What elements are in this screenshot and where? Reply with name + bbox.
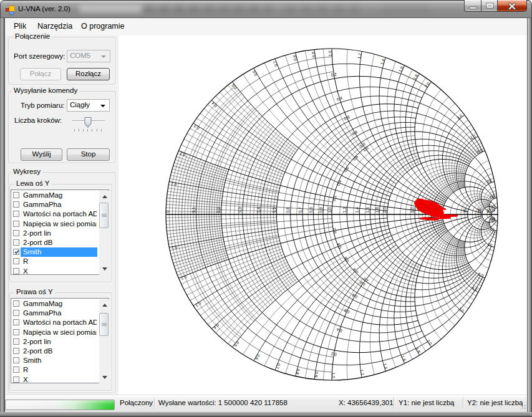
svg-text:0,1: 0,1 xyxy=(171,245,178,251)
svg-text:5,0: 5,0 xyxy=(478,272,485,278)
svg-text:0,9: 0,9 xyxy=(319,207,323,213)
svg-text:20: 20 xyxy=(490,194,495,199)
svg-text:50: 50 xyxy=(490,204,495,209)
svg-text:2,0: 2,0 xyxy=(426,338,433,346)
svg-text:0,5: 0,5 xyxy=(272,207,276,213)
svg-text:3,0: 3,0 xyxy=(458,306,465,313)
svg-text:0,2: 0,2 xyxy=(331,72,337,77)
svg-text:1,0: 1,0 xyxy=(327,207,332,213)
svg-text:1,4: 1,4 xyxy=(355,207,359,213)
svg-text:0,9: 0,9 xyxy=(314,371,319,378)
svg-text:1,0: 1,0 xyxy=(331,372,336,378)
svg-text:0,6: 0,6 xyxy=(286,207,290,213)
svg-text:0,2: 0,2 xyxy=(216,207,221,213)
svg-text:1,4: 1,4 xyxy=(382,363,389,370)
svg-text:1,2: 1,2 xyxy=(342,207,347,213)
svg-text:10: 10 xyxy=(486,178,492,183)
svg-text:1,6: 1,6 xyxy=(365,207,370,213)
svg-text:20: 20 xyxy=(477,208,481,213)
svg-text:1,2: 1,2 xyxy=(360,369,365,376)
svg-text:0,4: 0,4 xyxy=(336,327,343,333)
svg-text:50: 50 xyxy=(490,217,495,221)
svg-text:1,2: 1,2 xyxy=(357,52,362,59)
svg-text:0,3: 0,3 xyxy=(195,301,202,308)
svg-text:3,0: 3,0 xyxy=(410,207,415,213)
svg-text:0,7: 0,7 xyxy=(275,363,281,370)
svg-text:0,8: 0,8 xyxy=(351,129,359,136)
svg-text:0,9: 0,9 xyxy=(311,51,316,57)
svg-text:2,0: 2,0 xyxy=(423,81,430,89)
svg-text:1,6: 1,6 xyxy=(400,355,407,362)
svg-text:0,8: 0,8 xyxy=(292,54,297,61)
svg-text:1,4: 1,4 xyxy=(380,58,386,65)
svg-text:0,4: 0,4 xyxy=(213,323,220,330)
svg-text:0,1: 0,1 xyxy=(170,181,177,187)
svg-text:0,5: 0,5 xyxy=(233,340,239,348)
svg-text:0,6: 0,6 xyxy=(343,308,351,314)
svg-text:0,6: 0,6 xyxy=(343,114,351,120)
svg-text:20: 20 xyxy=(490,226,495,231)
svg-text:10: 10 xyxy=(463,208,467,213)
svg-text:0,1: 0,1 xyxy=(191,207,196,213)
svg-text:0,4: 0,4 xyxy=(336,180,342,186)
svg-text:0,8: 0,8 xyxy=(309,207,313,213)
svg-text:2,0: 2,0 xyxy=(382,207,387,213)
svg-text:1,8: 1,8 xyxy=(412,74,419,81)
svg-text:1,8: 1,8 xyxy=(375,207,379,213)
svg-text:0,6: 0,6 xyxy=(254,353,261,361)
svg-text:0,4: 0,4 xyxy=(336,95,343,102)
svg-text:50: 50 xyxy=(486,208,491,213)
svg-text:1,6: 1,6 xyxy=(398,65,404,73)
svg-text:0,8: 0,8 xyxy=(351,292,359,299)
svg-text:0,6: 0,6 xyxy=(251,70,258,77)
svg-text:0,6: 0,6 xyxy=(343,166,350,173)
svg-text:0,3: 0,3 xyxy=(238,207,242,213)
svg-text:0,2: 0,2 xyxy=(332,228,337,234)
svg-text:0,4: 0,4 xyxy=(210,101,218,108)
svg-text:0,7: 0,7 xyxy=(272,60,278,67)
svg-text:0,7: 0,7 xyxy=(298,207,302,213)
svg-text:3,0: 3,0 xyxy=(456,113,463,120)
svg-text:0,3: 0,3 xyxy=(193,123,200,130)
svg-text:0,2: 0,2 xyxy=(332,194,337,201)
svg-text:1,0: 1,0 xyxy=(328,50,332,56)
svg-text:0,2: 0,2 xyxy=(331,352,337,357)
svg-text:0: 0 xyxy=(165,211,170,213)
svg-text:0,4: 0,4 xyxy=(256,207,261,213)
svg-text:1,8: 1,8 xyxy=(415,347,422,354)
